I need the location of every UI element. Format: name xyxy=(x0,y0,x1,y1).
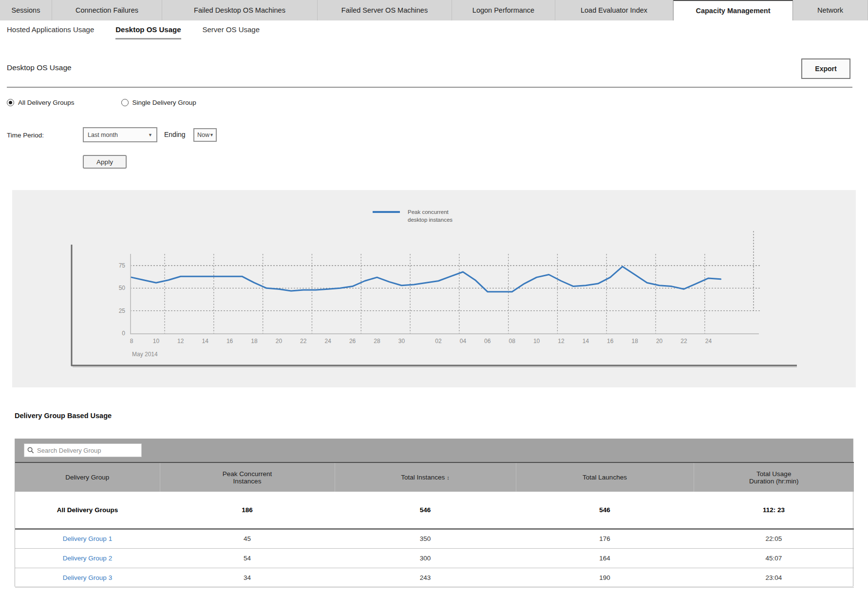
ending-value: Now xyxy=(197,132,209,138)
cell-delivery-group: Delivery Group 3 xyxy=(15,568,160,587)
usage-chart-panel: Peak concurrentdesktop instances 0255075… xyxy=(12,190,856,387)
svg-text:16: 16 xyxy=(226,338,233,345)
cell-delivery-group: Delivery Group 1 xyxy=(15,529,160,548)
column-header-total-usage-duration-hr-min: Total Usage Duration (hr:min) xyxy=(694,462,854,492)
table-row: Delivery Group 25430016445:07 xyxy=(15,548,854,568)
svg-text:28: 28 xyxy=(374,338,380,345)
tab-load-evaluator-index[interactable]: Load Evaluator Index xyxy=(555,0,673,20)
cell-total-launches: 190 xyxy=(516,568,694,587)
capacity-management-screen: SessionsConnection FailuresFailed Deskto… xyxy=(0,0,868,595)
summary-row: All Delivery Groups186546546112: 23 xyxy=(15,492,854,529)
tab-failed-desktop-os-machines[interactable]: Failed Desktop OS Machines xyxy=(162,0,318,20)
svg-text:08: 08 xyxy=(509,338,516,345)
apply-button[interactable]: Apply xyxy=(83,155,127,169)
cell-delivery-group: Delivery Group 2 xyxy=(15,548,160,568)
chevron-down-icon: ▼ xyxy=(209,133,214,137)
subtab-desktop-os-usage[interactable]: Desktop OS Usage xyxy=(115,25,181,39)
time-period-select[interactable]: Last month ▼ xyxy=(83,127,157,142)
delivery-group-link[interactable]: Delivery Group 1 xyxy=(63,535,112,542)
svg-text:12: 12 xyxy=(177,338,184,345)
cell-peak-concurrent: 34 xyxy=(160,568,335,587)
delivery-group-scope-radios: All Delivery Groups Single Delivery Grou… xyxy=(7,99,196,106)
page-title: Desktop OS Usage xyxy=(7,63,72,72)
svg-text:26: 26 xyxy=(349,338,356,345)
svg-text:14: 14 xyxy=(202,338,209,345)
tab-failed-server-os-machines[interactable]: Failed Server OS Machines xyxy=(318,0,452,20)
delivery-group-link[interactable]: Delivery Group 3 xyxy=(63,574,112,581)
svg-text:24: 24 xyxy=(325,338,332,345)
cell-total-instances: 243 xyxy=(335,568,516,587)
radio-all-label: All Delivery Groups xyxy=(18,99,75,106)
time-period-value: Last month xyxy=(88,132,118,138)
search-input[interactable] xyxy=(37,447,138,454)
cell-duration: 23:04 xyxy=(694,568,854,587)
cell-total-instances: 350 xyxy=(335,529,516,548)
cell-total-launches: 176 xyxy=(516,529,694,548)
svg-text:24: 24 xyxy=(705,338,712,345)
y-axis-labels: 0255075 xyxy=(119,262,126,337)
export-button[interactable]: Export xyxy=(801,58,850,79)
svg-text:50: 50 xyxy=(119,285,126,291)
peak-concurrent-line-chart: Peak concurrentdesktop instances 0255075… xyxy=(12,190,856,387)
svg-text:0: 0 xyxy=(122,330,125,337)
svg-text:18: 18 xyxy=(632,338,639,345)
svg-text:30: 30 xyxy=(398,338,405,345)
search-box[interactable] xyxy=(24,443,142,457)
cell-duration: 45:07 xyxy=(694,548,854,568)
delivery-group-link[interactable]: Delivery Group 2 xyxy=(63,555,112,562)
time-period-label: Time Period: xyxy=(7,132,44,139)
cell-total-launches: 546 xyxy=(516,492,694,529)
column-header-delivery-group: Delivery Group xyxy=(15,462,160,492)
chevron-down-icon: ▼ xyxy=(148,133,152,137)
search-icon xyxy=(27,447,34,454)
svg-text:22: 22 xyxy=(300,338,307,345)
radio-single-delivery-group[interactable]: Single Delivery Group xyxy=(121,99,196,106)
horizontal-gridlines xyxy=(130,266,761,311)
column-header-total-launches: Total Launches xyxy=(516,462,694,492)
tab-capacity-management[interactable]: Capacity Management xyxy=(673,0,793,20)
x-axis-labels: 8101214161820222426283002040608101214161… xyxy=(130,338,712,345)
svg-text:06: 06 xyxy=(484,338,491,345)
svg-text:14: 14 xyxy=(583,338,589,345)
radio-all-delivery-groups[interactable]: All Delivery Groups xyxy=(7,99,75,106)
cell-peak-concurrent: 54 xyxy=(160,548,335,568)
cell-peak-concurrent: 45 xyxy=(160,529,335,548)
svg-text:12: 12 xyxy=(558,338,565,345)
tab-network[interactable]: Network xyxy=(793,0,868,20)
usage-table: Delivery GroupPeak Concurrent InstancesT… xyxy=(15,462,854,588)
cell-duration: 112: 23 xyxy=(694,492,854,529)
svg-text:10: 10 xyxy=(533,338,540,345)
header-divider xyxy=(7,87,852,88)
svg-text:04: 04 xyxy=(460,338,467,345)
tab-logon-performance[interactable]: Logon Performance xyxy=(452,0,555,20)
table-title: Delivery Group Based Usage xyxy=(15,412,112,420)
cell-total-launches: 164 xyxy=(516,548,694,568)
svg-text:02: 02 xyxy=(435,338,442,345)
sort-icon[interactable]: ↕ xyxy=(447,475,450,480)
column-header-total-instances[interactable]: Total Instances↕ xyxy=(335,462,516,492)
svg-text:10: 10 xyxy=(153,338,160,345)
cell-total-instances: 300 xyxy=(335,548,516,568)
top-tab-bar: SessionsConnection FailuresFailed Deskto… xyxy=(0,0,868,20)
svg-text:16: 16 xyxy=(607,338,614,345)
table-row: Delivery Group 33424319023:04 xyxy=(15,568,854,587)
subtab-server-os-usage[interactable]: Server OS Usage xyxy=(203,25,260,38)
svg-text:22: 22 xyxy=(680,338,687,345)
cell-group: All Delivery Groups xyxy=(15,492,160,529)
table-row: Delivery Group 14535017622:05 xyxy=(15,529,854,548)
cell-peak-concurrent: 186 xyxy=(160,492,335,529)
x-axis-month-label: May 2014 xyxy=(132,351,158,358)
radio-single-label: Single Delivery Group xyxy=(132,99,196,106)
ending-select[interactable]: Now ▼ xyxy=(193,128,217,142)
column-header-peak-concurrent-instances: Peak Concurrent Instances xyxy=(160,462,335,492)
radio-unselected-icon[interactable] xyxy=(121,99,129,106)
chart-legend: Peak concurrentdesktop instances xyxy=(373,209,453,223)
sub-tab-bar: Hosted Applications UsageDesktop OS Usag… xyxy=(7,25,281,44)
subtab-hosted-applications-usage[interactable]: Hosted Applications Usage xyxy=(7,25,94,38)
svg-text:20: 20 xyxy=(656,338,663,345)
radio-selected-icon[interactable] xyxy=(7,99,14,106)
svg-text:Peak concurrent: Peak concurrent xyxy=(408,209,449,215)
cell-total-instances: 546 xyxy=(335,492,516,529)
tab-sessions[interactable]: Sessions xyxy=(0,0,52,20)
tab-connection-failures[interactable]: Connection Failures xyxy=(52,0,162,20)
